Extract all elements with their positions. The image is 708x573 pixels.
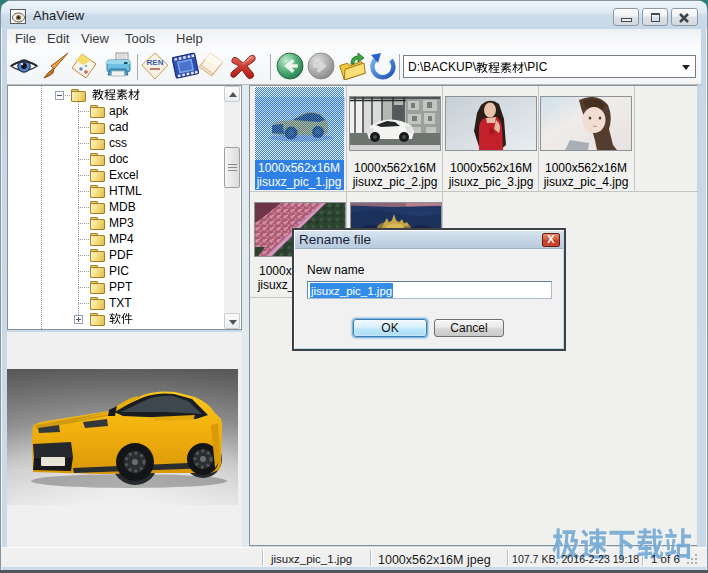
svg-text:REN: REN (147, 58, 164, 67)
